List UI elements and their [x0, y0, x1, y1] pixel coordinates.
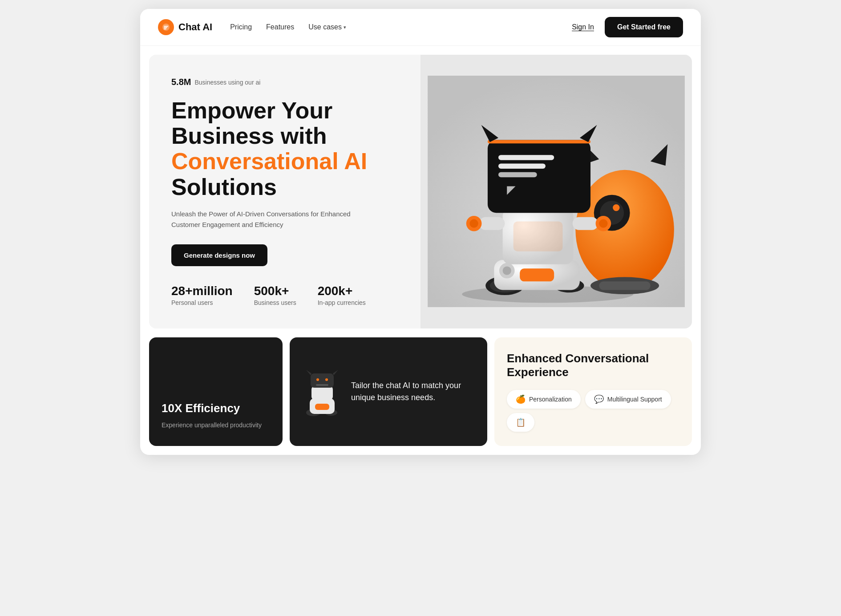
multilingual-label: Multilingual Support: [607, 396, 662, 403]
nav-links: Pricing Features Use cases ▾: [230, 23, 572, 31]
stats-row: 28+million Personal users 500k+ Business…: [171, 284, 398, 306]
feature-personalization[interactable]: 🍊 Personalization: [507, 390, 581, 409]
svg-rect-8: [599, 282, 651, 290]
svg-rect-22: [498, 172, 537, 178]
feature-extra[interactable]: 📋: [507, 413, 534, 432]
card-efficiency-title: 10X Efficiency: [162, 401, 270, 415]
hero-subtitle: Unleash the Power of AI-Driven Conversat…: [171, 209, 367, 230]
card-efficiency-subtitle: Experience unparalleled productivity: [162, 421, 270, 430]
svg-rect-34: [311, 386, 333, 400]
card-customize-text: Tailor the chat AI to match your unique …: [351, 380, 475, 404]
card-experience-title: Enhanced Conversational Experience: [507, 352, 679, 379]
sign-in-link[interactable]: Sign In: [572, 23, 594, 31]
card-customize: Tailor the chat AI to match your unique …: [290, 337, 487, 446]
multilingual-icon: 💬: [594, 394, 604, 404]
svg-point-39: [325, 378, 328, 381]
svg-rect-21: [498, 164, 546, 169]
svg-rect-23: [488, 140, 590, 144]
stat-label-currency: In-app currencies: [318, 299, 366, 306]
svg-rect-27: [573, 217, 598, 230]
logo-text: Chat AI: [178, 21, 212, 33]
stat-business: 500k+ Business users: [254, 284, 296, 306]
bottom-section: 10X Efficiency Experience unparalleled p…: [149, 337, 692, 446]
svg-rect-33: [315, 404, 329, 410]
logo-icon: [158, 19, 174, 35]
svg-point-0: [162, 24, 170, 31]
stat-label-business: Business users: [254, 299, 296, 306]
card-efficiency: 10X Efficiency Experience unparalleled p…: [149, 337, 283, 446]
mini-robot-illustration: [302, 367, 342, 416]
navbar: Chat AI Pricing Features Use cases ▾ Sig…: [140, 9, 701, 46]
svg-point-6: [613, 204, 619, 211]
svg-rect-24: [479, 217, 505, 230]
mini-robot-svg: [304, 367, 340, 416]
svg-point-38: [316, 378, 319, 381]
hero-title: Empower Your Business with Conversationa…: [171, 98, 398, 200]
nav-right: Sign In Get Started free: [572, 17, 683, 37]
hero-right: [420, 55, 692, 328]
feature-tags: 🍊 Personalization 💬 Multilingual Support…: [507, 390, 679, 432]
chevron-down-icon: ▾: [344, 24, 346, 30]
svg-point-26: [469, 219, 478, 228]
card-experience: Enhanced Conversational Experience 🍊 Per…: [494, 337, 692, 446]
nav-pricing[interactable]: Pricing: [230, 23, 252, 31]
hero-left: 5.8M Businesses using our ai Empower You…: [149, 55, 420, 328]
nav-features[interactable]: Features: [266, 23, 294, 31]
nav-use-cases[interactable]: Use cases ▾: [308, 23, 346, 31]
page-wrapper: Chat AI Pricing Features Use cases ▾ Sig…: [140, 9, 701, 455]
get-started-button[interactable]: Get Started free: [605, 17, 683, 37]
svg-point-16: [503, 267, 511, 275]
stat-label-personal: Personal users: [171, 299, 233, 306]
svg-rect-18: [513, 222, 563, 251]
svg-rect-14: [520, 269, 554, 282]
hero-highlight: Conversational AI: [171, 148, 367, 174]
personalization-label: Personalization: [529, 396, 572, 403]
personalization-icon: 🍊: [516, 394, 526, 404]
feature-multilingual[interactable]: 💬 Multilingual Support: [585, 390, 671, 409]
svg-rect-20: [498, 155, 554, 161]
logo[interactable]: Chat AI: [158, 19, 212, 35]
extra-icon: 📋: [516, 417, 526, 427]
svg-point-29: [599, 219, 607, 228]
hero-section: 5.8M Businesses using our ai Empower You…: [149, 55, 692, 328]
badge-text: Businesses using our ai: [194, 79, 260, 86]
stat-personal: 28+million Personal users: [171, 284, 233, 306]
generate-button[interactable]: Generate designs now: [171, 244, 267, 266]
stat-currency: 200k+ In-app currencies: [318, 284, 366, 306]
badge-number: 5.8M: [171, 77, 191, 87]
business-badge: 5.8M Businesses using our ai: [171, 77, 398, 87]
svg-rect-40: [316, 384, 328, 386]
stat-number-personal: 28+million: [171, 284, 233, 298]
robot-illustration: [420, 76, 692, 307]
stat-number-currency: 200k+: [318, 284, 366, 298]
stat-number-business: 500k+: [254, 284, 296, 298]
